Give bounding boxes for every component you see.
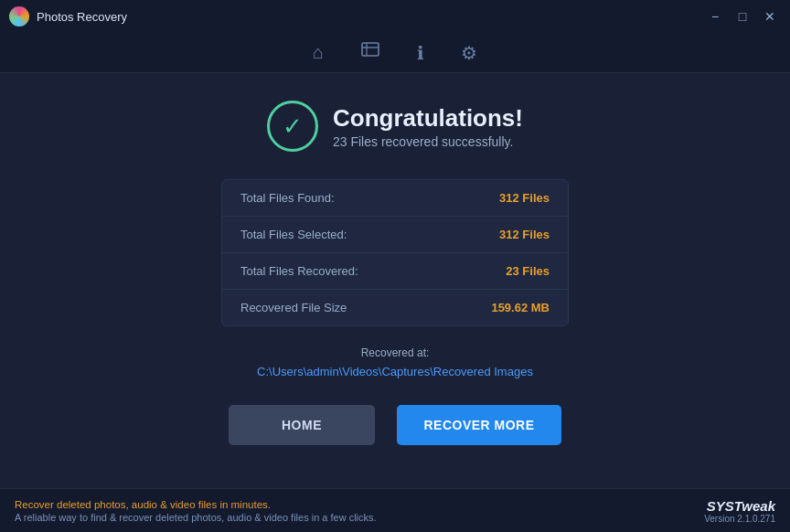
footer: Recover deleted photos, audio & video fi…	[0, 488, 790, 532]
success-check-circle: ✓	[267, 101, 318, 152]
stats-row-1: Total Files Found: 312 Files	[222, 180, 568, 217]
stats-value-2: 312 Files	[499, 228, 550, 241]
brand-tweak: Tweak	[734, 498, 775, 514]
settings-nav-icon[interactable]: ⚙	[461, 42, 477, 64]
success-title: Congratulations!	[333, 104, 523, 133]
close-button[interactable]: ✕	[757, 4, 783, 29]
maximize-button[interactable]: □	[730, 4, 755, 29]
footer-line2: A reliable way to find & recover deleted…	[15, 512, 377, 523]
stats-row-3: Total Files Recovered: 23 Files	[222, 253, 568, 290]
title-bar: Photos Recovery − □ ✕	[0, 0, 790, 33]
recovery-path-link[interactable]: C:\Users\admin\Videos\Captures\Recovered…	[257, 365, 533, 378]
success-header: ✓ Congratulations! 23 Files recovered su…	[267, 101, 523, 152]
stats-row-4: Recovered File Size 159.62 MB	[222, 290, 568, 325]
footer-version: Version 2.1.0.271	[704, 514, 775, 524]
success-text: Congratulations! 23 Files recovered succ…	[333, 104, 523, 149]
home-nav-icon[interactable]: ⌂	[313, 42, 324, 63]
footer-line1: Recover deleted photos, audio & video fi…	[15, 499, 377, 510]
recovery-path-label: Recovered at:	[257, 346, 533, 359]
action-buttons: HOME RECOVER MORE	[229, 405, 561, 445]
recover-more-button[interactable]: RECOVER MORE	[397, 405, 561, 445]
nav-bar: ⌂ ℹ ⚙	[0, 33, 790, 73]
stats-label-1: Total Files Found:	[240, 191, 335, 205]
footer-text: Recover deleted photos, audio & video fi…	[15, 499, 377, 523]
title-controls: − □ ✕	[702, 4, 783, 29]
stats-table: Total Files Found: 312 Files Total Files…	[221, 179, 569, 326]
recovery-path-section: Recovered at: C:\Users\admin\Videos\Capt…	[257, 346, 533, 379]
title-left: Photos Recovery	[9, 6, 127, 27]
svg-rect-0	[362, 43, 379, 56]
success-subtitle: 23 Files recovered successfully.	[333, 134, 523, 149]
stats-value-1: 312 Files	[499, 191, 550, 205]
scan-nav-icon[interactable]	[360, 40, 380, 65]
stats-value-4: 159.62 MB	[491, 301, 550, 314]
app-logo	[9, 6, 29, 27]
main-content: ✓ Congratulations! 23 Files recovered su…	[0, 73, 790, 488]
info-nav-icon[interactable]: ℹ	[417, 42, 424, 64]
brand-sys: SYS	[707, 498, 734, 514]
stats-value-3: 23 Files	[506, 264, 550, 278]
footer-brand-name: SYSTweak	[704, 498, 775, 514]
stats-label-2: Total Files Selected:	[240, 228, 347, 241]
stats-label-4: Recovered File Size	[240, 301, 347, 314]
footer-brand: SYSTweak Version 2.1.0.271	[704, 498, 775, 524]
app-title: Photos Recovery	[37, 10, 127, 24]
home-button[interactable]: HOME	[229, 405, 375, 445]
minimize-button[interactable]: −	[702, 4, 728, 29]
stats-label-3: Total Files Recovered:	[240, 264, 358, 278]
stats-row-2: Total Files Selected: 312 Files	[222, 217, 568, 253]
checkmark-icon: ✓	[283, 112, 303, 141]
